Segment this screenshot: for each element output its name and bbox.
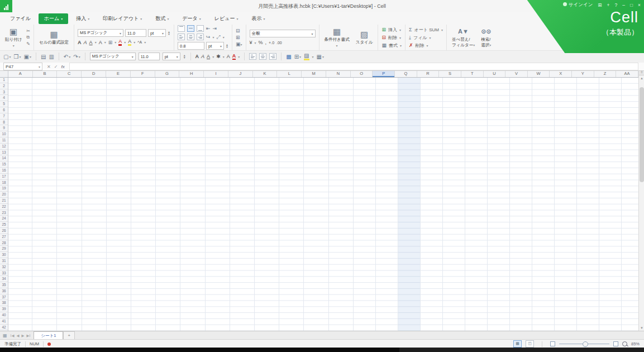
font-size-combo[interactable]: 11.0 (125, 29, 146, 37)
row-header-42[interactable]: 42 (0, 325, 8, 331)
page-view-button[interactable]: ◫ (526, 340, 534, 348)
underline-button[interactable]: A (89, 40, 93, 45)
last-sheet-icon[interactable]: ▶Ⅰ (26, 334, 30, 338)
fill-color-icon[interactable]: ▨ (304, 53, 309, 60)
vertical-scrollbar[interactable]: ≡ ▲ ▼ (638, 70, 644, 331)
row-header-40[interactable]: 40 (0, 312, 8, 318)
row-header-1[interactable]: 1 (0, 77, 8, 83)
row-header-17[interactable]: 17 (0, 174, 8, 180)
font-size-stepper[interactable]: ▲▼ (168, 31, 170, 35)
scroll-down-icon[interactable]: ▼ (639, 325, 644, 331)
move-icon[interactable]: + (607, 2, 609, 8)
cell-style-icon[interactable]: ▩ (286, 54, 291, 60)
open-icon[interactable]: ❒▾ (13, 54, 21, 60)
column-header-X[interactable]: X (550, 70, 572, 77)
line-spacing-value[interactable]: 0.8 (178, 42, 204, 50)
border-button[interactable]: ⊞ (108, 40, 113, 45)
align-middle-icon[interactable] (187, 25, 194, 32)
new-document-icon[interactable]: ▢▾ (3, 54, 11, 60)
save-icon[interactable]: ▣▾ (23, 54, 31, 60)
row-header-15[interactable]: 15 (0, 161, 8, 168)
delete-cells-button[interactable]: ⊟削除▾ (381, 35, 402, 41)
column-header-L[interactable]: L (277, 70, 302, 77)
column-header-W[interactable]: W (528, 70, 550, 77)
column-header-T[interactable]: T (461, 70, 484, 77)
tab-file[interactable]: ファイル (10, 15, 31, 22)
redo-icon[interactable]: ↷▾ (73, 54, 80, 60)
row-header-39[interactable]: 39 (0, 306, 8, 312)
row-header-3[interactable]: 3 (0, 89, 8, 96)
next-sheet-icon[interactable]: ▶ (21, 334, 24, 338)
add-sheet-tab[interactable]: + (63, 331, 74, 340)
highlight-button[interactable]: A (128, 39, 131, 46)
help-icon[interactable]: ? (614, 2, 617, 8)
row-header-11[interactable]: 11 (0, 137, 8, 144)
row-header-25[interactable]: 25 (0, 222, 8, 228)
align-top-icon[interactable] (178, 25, 185, 32)
row-header-19[interactable]: 19 (0, 185, 8, 192)
column-header-S[interactable]: S (439, 70, 461, 77)
row-header-22[interactable]: 22 (0, 204, 8, 210)
row-header-4[interactable]: 4 (0, 95, 8, 101)
toolbar-font-unit-combo[interactable]: pt▾ (163, 53, 180, 60)
font-name-combo[interactable]: MS Pゴシック▾ (78, 29, 123, 37)
row-header-24[interactable]: 24 (0, 216, 8, 222)
column-header-M[interactable]: M (302, 70, 326, 77)
column-header-Q[interactable]: Q (395, 70, 417, 77)
undo-icon[interactable]: ↶▾ (64, 54, 70, 60)
indent-decrease-icon[interactable]: ⇤ (206, 26, 211, 31)
pattern-icon[interactable]: ▦▾ (317, 54, 324, 60)
format-cells-button[interactable]: ▦書式▾ (381, 42, 402, 49)
print-preview-icon[interactable]: ▥ (49, 54, 54, 60)
normal-view-button[interactable]: ▦ (513, 340, 522, 348)
column-header-A[interactable]: A (8, 70, 33, 77)
row-header-18[interactable]: 18 (0, 180, 8, 186)
prev-sheet-icon[interactable]: ◀ (16, 334, 19, 338)
tab-レビュー[interactable]: レビュー▾ (209, 13, 244, 24)
italic-button[interactable]: A (84, 40, 87, 45)
tab-挿入[interactable]: 挿入▾ (70, 13, 95, 24)
row-header-30[interactable]: 30 (0, 252, 8, 258)
font-color-button[interactable]: A (118, 39, 122, 46)
zoom-slider[interactable] (559, 344, 609, 344)
fill-button[interactable]: ⤓フィル▾ (409, 35, 443, 41)
column-header-P[interactable]: P (373, 70, 395, 77)
merge-options-icon[interactable]: ▣▾ (236, 41, 242, 47)
toolbar-align-right-icon[interactable] (269, 53, 276, 60)
row-header-31[interactable]: 31 (0, 258, 8, 264)
formula-input[interactable] (69, 63, 638, 70)
toolbar-italic-button[interactable]: A (201, 54, 204, 59)
tab-印刷レイアウト[interactable]: 印刷レイアウト▾ (97, 13, 147, 24)
fullscreen-icon[interactable]: ⊞ (598, 2, 602, 8)
conditional-format-button[interactable]: ▦ 条件付き書式▾ (323, 27, 351, 47)
toolbar-font-size-stepper[interactable]: ▲▼ (183, 54, 186, 59)
row-header-35[interactable]: 35 (0, 282, 8, 288)
spreadsheet-grid[interactable]: 1234567891011121314151617181920212223242… (0, 77, 638, 331)
zoom-out-button[interactable] (550, 341, 555, 346)
align-bottom-icon[interactable] (197, 25, 204, 32)
split-cells-icon[interactable]: ⊞ (236, 35, 242, 40)
row-header-12[interactable]: 12 (0, 144, 8, 150)
ruby-button[interactable]: ᴬA (137, 40, 142, 44)
row-header-5[interactable]: 5 (0, 101, 8, 107)
zoom-in-button[interactable] (613, 341, 618, 346)
zoom-slider-thumb[interactable] (583, 341, 588, 347)
row-header-34[interactable]: 34 (0, 276, 8, 282)
decrease-decimal-icon[interactable]: .00 (276, 41, 282, 45)
toolbar-bold-button[interactable]: A (195, 54, 199, 59)
line-spacing-stepper[interactable]: ▲▼ (226, 44, 228, 48)
signin-button[interactable]: サインイン (563, 2, 593, 8)
column-header-N[interactable]: N (326, 70, 351, 77)
confirm-entry-icon[interactable]: ✓ (54, 64, 58, 69)
row-header-37[interactable]: 37 (0, 294, 8, 301)
tab-表示[interactable]: 表示▾ (246, 13, 270, 24)
toolbar-font-name-combo[interactable]: MS Pゴシック▾ (90, 53, 136, 60)
row-header-41[interactable]: 41 (0, 318, 8, 325)
row-header-6[interactable]: 6 (0, 107, 8, 113)
wrap-text-icon[interactable]: ↪ (206, 34, 211, 40)
toolbar-align-center-icon[interactable] (259, 53, 266, 60)
percent-icon[interactable]: % (259, 40, 263, 45)
macro-record-icon[interactable] (47, 343, 51, 346)
cut-icon[interactable]: ✂ (26, 28, 30, 34)
row-header-14[interactable]: 14 (0, 155, 8, 161)
